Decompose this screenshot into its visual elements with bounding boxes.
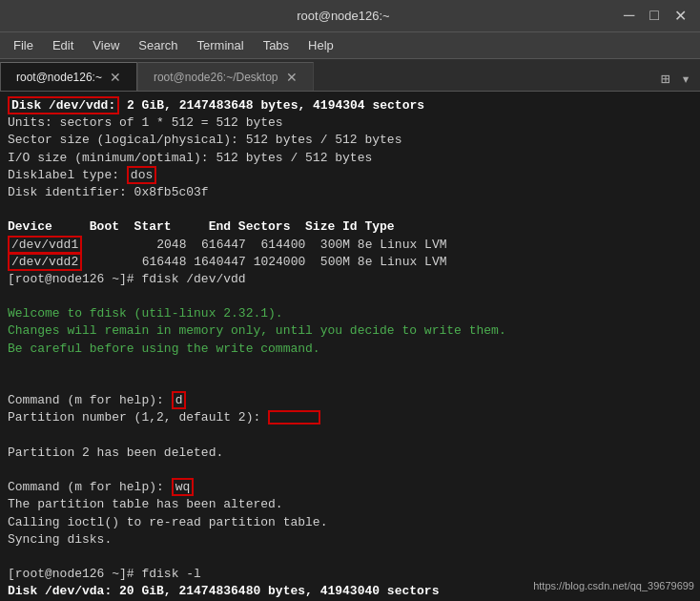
calling-ioctl: Calling ioctl() to re-read partition tab… [8, 514, 692, 531]
menu-help[interactable]: Help [299, 36, 343, 54]
cmd-d-line: Command (m for help): d [8, 392, 692, 409]
careful-line: Be careful before using the write comman… [8, 341, 692, 358]
disklabel-line: Disklabel type: dos [8, 167, 692, 184]
tab-2[interactable]: root@node26:~/Desktop ✕ [137, 62, 314, 91]
io-size-line: I/O size (minimum/optimal): 512 bytes / … [8, 150, 692, 167]
menu-file[interactable]: File [4, 36, 43, 54]
blank-4 [8, 375, 692, 392]
maximize-btn[interactable]: □ [646, 7, 663, 25]
syncing-disks: Syncing disks. [8, 531, 692, 549]
welcome-line: Welcome to fdisk (util-linux 2.32.1). [8, 305, 692, 322]
part-num-line: Partition number (1,2, default 2): [8, 409, 692, 426]
menu-view[interactable]: View [83, 36, 129, 54]
disklabel-value: dos [127, 166, 156, 184]
part-num-input [268, 410, 320, 425]
tab-1-close[interactable]: ✕ [110, 70, 121, 85]
sector-size-line: Sector size (logical/physical): 512 byte… [8, 132, 692, 149]
new-tab-icon[interactable]: ⊞ [657, 68, 674, 91]
vdd1-device: /dev/vdd1 [8, 236, 82, 254]
window-controls: ─ □ ✕ [620, 7, 690, 25]
table-row-vdd1: /dev/vdd1 2048 616447 614400 300M 8e Lin… [8, 237, 692, 254]
minimize-btn[interactable]: ─ [620, 7, 638, 25]
blank-1 [8, 201, 692, 218]
table-row-vdd2: /dev/vdd2 616448 1640447 1024000 500M 8e… [8, 254, 692, 271]
blank-5 [8, 427, 692, 445]
tab-2-label: root@node26:~/Desktop [154, 71, 278, 84]
table-header: Device Boot Start End Sectors Size Id Ty… [8, 218, 692, 236]
units-line: Units: sectors of 1 * 512 = 512 bytes [8, 114, 692, 132]
tab-2-close[interactable]: ✕ [286, 70, 298, 85]
tab-bar: root@node126:~ ✕ root@node26:~/Desktop ✕… [0, 59, 700, 92]
blank-7 [8, 549, 692, 566]
partition-deleted: Partition 2 has been deleted. [8, 445, 692, 462]
tab-1[interactable]: root@node126:~ ✕ [0, 62, 137, 91]
watermark: https://blog.csdn.net/qq_39679699 [533, 580, 694, 591]
disk-header-line: Disk /dev/vdd: 2 GiB, 2147483648 bytes, … [8, 97, 692, 114]
menu-tabs[interactable]: Tabs [254, 36, 299, 54]
disk-id-line: Disk identifier: 0x8fb5c03f [8, 184, 692, 201]
title-bar: root@node126:~ ─ □ ✕ [0, 0, 700, 32]
changes-line: Changes will remain in memory only, unti… [8, 322, 692, 340]
cmd-wq-value: wq [172, 478, 195, 496]
terminal-output: Disk /dev/vdd: 2 GiB, 2147483648 bytes, … [0, 92, 700, 601]
menu-bar: File Edit View Search Terminal Tabs Help [0, 32, 700, 59]
menu-edit[interactable]: Edit [43, 36, 83, 54]
vdd2-device: /dev/vdd2 [8, 253, 82, 271]
menu-search[interactable]: Search [129, 36, 187, 54]
disk-label: Disk /dev/vdd: [8, 96, 119, 114]
close-btn[interactable]: ✕ [670, 7, 690, 25]
blank-6 [8, 462, 692, 479]
blank-2 [8, 288, 692, 305]
tab-extra-icons: ⊞ ▾ [657, 68, 700, 91]
tab-1-label: root@node126:~ [16, 71, 102, 84]
cmd-wq-line: Command (m for help): wq [8, 479, 692, 496]
cmd-d-value: d [172, 391, 187, 409]
prompt-fdisk: [root@node126 ~]# fdisk /dev/vdd [8, 271, 692, 288]
disk-info: 2 GiB, 2147483648 bytes, 4194304 sectors [119, 98, 424, 113]
window-title: root@node126:~ [67, 9, 620, 23]
table-altered: The partition table has been altered. [8, 496, 692, 513]
menu-terminal[interactable]: Terminal [188, 36, 254, 54]
blank-3 [8, 358, 692, 375]
dropdown-icon[interactable]: ▾ [677, 68, 694, 91]
